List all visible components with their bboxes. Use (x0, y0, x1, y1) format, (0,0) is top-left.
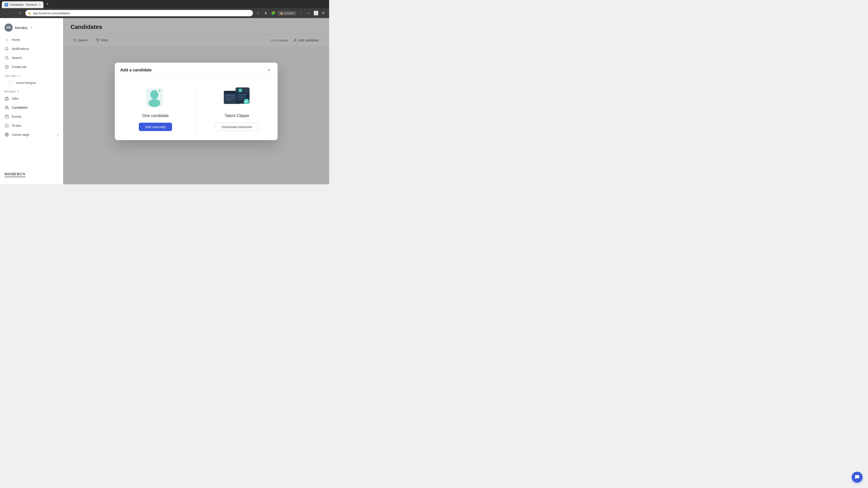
svg-rect-29 (225, 100, 232, 101)
moodjoy-section-label: Moodjoy (4, 90, 16, 93)
your-jobs-arrow: ▾ (19, 74, 20, 77)
sidebar-item-todos-label: To-dos (12, 124, 21, 127)
talent-clipper-label: Talent Clipper (224, 113, 249, 118)
todos-icon (4, 123, 9, 128)
maximize-button[interactable]: ⬜ (313, 10, 319, 16)
forward-button[interactable]: → (10, 10, 16, 16)
talent-clipper-illustration (223, 86, 250, 109)
url-text: app.homerun.co/candidates/ (33, 11, 70, 15)
sidebar-item-home[interactable]: ⌂ Home (0, 35, 63, 44)
moodjoy-section[interactable]: Moodjoy ▾ (0, 87, 63, 94)
sidebar-item-notifications-label: Notifications (12, 47, 29, 51)
home-icon: ⌂ (4, 37, 9, 42)
events-icon (4, 114, 9, 119)
svg-rect-36 (237, 97, 246, 98)
browser-actions: ☆ ⬇ 🧩 🕵 Incognito ⋮ (255, 10, 304, 16)
sidebar-item-events-label: Events (12, 115, 22, 119)
moodjoy-arrow: ▾ (18, 90, 19, 93)
modal-overlay[interactable]: Add a candidate × (63, 18, 329, 184)
tab-bar: H Candidates · Homerun × + (0, 0, 329, 8)
sidebar-item-jobs-label: Jobs (12, 97, 19, 100)
sidebar-item-search[interactable]: Search (0, 53, 63, 62)
sidebar-item-career-page-label: Career page (12, 133, 29, 136)
tab-close-button[interactable]: × (39, 3, 41, 6)
modal-header: Add a candidate × (115, 63, 278, 77)
svg-rect-35 (237, 96, 245, 97)
new-tab-button[interactable]: + (44, 1, 51, 7)
sidebar-item-career-page[interactable]: Career page ▾ (0, 130, 63, 139)
menu-button[interactable]: ⋮ (298, 10, 304, 16)
modal-close-button[interactable]: × (266, 67, 272, 73)
download-button[interactable]: ⬇ (262, 10, 269, 16)
org-dropdown-arrow[interactable]: ▾ (31, 26, 32, 29)
sidebar-item-create-job[interactable]: Create job (0, 62, 63, 71)
download-extension-button[interactable]: Download extension (215, 123, 259, 131)
modal-title: Add a candidate (120, 68, 152, 72)
sidebar-item-candidates[interactable]: Candidates (0, 103, 63, 112)
svg-point-19 (149, 99, 160, 107)
svg-point-38 (244, 99, 249, 104)
tab-title: Candidates · Homerun (10, 3, 37, 6)
svg-rect-27 (225, 97, 235, 98)
org-name: Moodjoy (15, 26, 28, 30)
svg-rect-37 (237, 99, 243, 100)
sidebar-item-notifications[interactable]: Notifications (0, 44, 63, 53)
sidebar-item-events[interactable]: Events (0, 112, 63, 121)
incognito-label: Incognito (284, 12, 294, 14)
svg-rect-34 (237, 94, 247, 95)
sidebar-item-create-job-label: Create job (12, 65, 26, 69)
sidebar-item-jobs[interactable]: Jobs (0, 94, 63, 103)
incognito-icon: 🕵 (280, 11, 283, 15)
svg-line-1 (7, 59, 8, 59)
one-candidate-illustration (142, 86, 169, 109)
one-candidate-label: One candidate (142, 113, 168, 118)
person-svg (144, 87, 167, 108)
incognito-badge: 🕵 Incognito (278, 11, 296, 15)
close-button[interactable]: ✕ (320, 10, 327, 16)
extensions-button[interactable]: 🧩 (270, 10, 276, 16)
app-body: MM Moodjoy ▾ ⌂ Home Notifications (0, 18, 329, 184)
jobs-icon (4, 96, 9, 101)
sidebar-item-todos[interactable]: To-dos (0, 121, 63, 130)
sidebar: MM Moodjoy ▾ ⌂ Home Notifications (0, 18, 63, 184)
bookmark-button[interactable]: ☆ (255, 10, 261, 16)
create-icon (4, 65, 9, 69)
active-tab[interactable]: H Candidates · Homerun × (2, 1, 43, 8)
minimize-button[interactable]: ─ (306, 10, 312, 16)
browser-window: H Candidates · Homerun × + ← → ↻ 🔒 app.h… (0, 0, 329, 184)
sidebar-item-search-label: Search (12, 56, 22, 60)
clipper-svg (223, 87, 250, 108)
back-button[interactable]: ← (3, 10, 9, 16)
your-jobs-label: Your jobs (4, 74, 17, 77)
visual-designer-label: Visual Designer (16, 81, 36, 85)
address-bar[interactable]: 🔒 app.homerun.co/candidates/ (25, 10, 253, 16)
modal-body: One candidate Add manually (115, 77, 278, 140)
your-jobs-section[interactable]: Your jobs ▾ (0, 71, 63, 78)
one-candidate-option: One candidate Add manually (115, 77, 196, 140)
svg-rect-7 (5, 115, 8, 119)
talent-clipper-option: Talent Clipper Download extension (196, 77, 278, 140)
svg-rect-32 (236, 90, 249, 93)
sidebar-header: MM Moodjoy ▾ (0, 22, 63, 35)
sidebar-footer: HOMERUN (0, 168, 63, 181)
svg-rect-5 (5, 98, 8, 100)
homerun-logo: HOMERUN (4, 172, 25, 177)
visual-designer-icon (8, 80, 13, 85)
browser-nav-buttons: ← → ↻ (3, 10, 24, 16)
window-controls: ─ ⬜ ✕ (306, 10, 327, 16)
search-icon (4, 56, 9, 60)
main-content: Candidates Search Filter 3 of 3 results (63, 18, 329, 184)
reload-button[interactable]: ↻ (17, 10, 24, 16)
sidebar-item-home-label: Home (12, 38, 20, 41)
svg-rect-33 (239, 89, 242, 92)
tab-favicon: H (4, 3, 8, 6)
sidebar-item-candidates-label: Candidates (12, 106, 28, 109)
career-page-icon (4, 132, 9, 137)
bell-icon (4, 46, 9, 51)
avatar: MM (4, 24, 13, 32)
sidebar-item-visual-designer[interactable]: Visual Designer (0, 78, 63, 87)
svg-point-6 (6, 106, 7, 107)
career-page-arrow: ▾ (57, 133, 59, 136)
candidates-icon (4, 105, 9, 110)
add-manually-button[interactable]: Add manually (139, 123, 172, 131)
